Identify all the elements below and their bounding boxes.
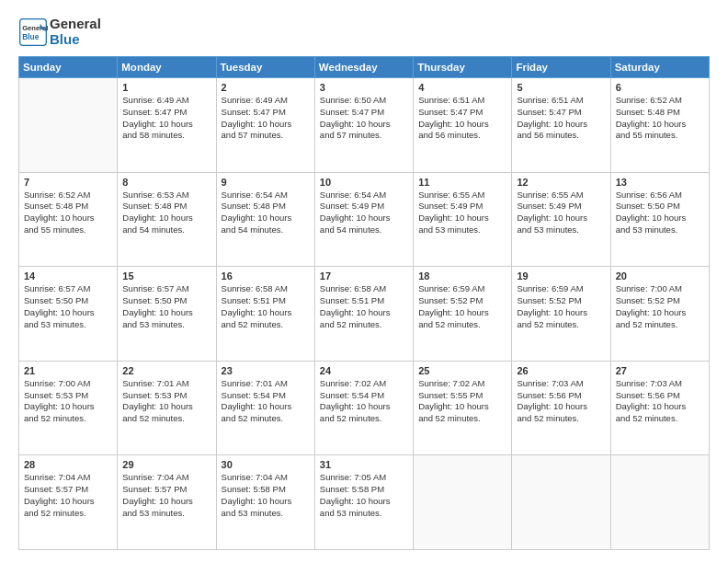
cell-info-line: Sunrise: 7:01 AM [222, 378, 310, 390]
cell-info-line: Daylight: 10 hours [517, 401, 605, 413]
cell-info-line: Daylight: 10 hours [517, 213, 605, 224]
calendar-cell: 22Sunrise: 7:01 AMSunset: 5:53 PMDayligh… [118, 361, 216, 455]
cell-info-line: Daylight: 10 hours [517, 307, 605, 319]
cell-info-line: Daylight: 10 hours [616, 119, 704, 131]
day-number: 18 [418, 270, 506, 282]
day-number: 5 [517, 82, 605, 93]
day-number: 25 [418, 365, 506, 376]
cell-info-line: Daylight: 10 hours [616, 401, 704, 413]
cell-info-line: and 55 minutes. [616, 130, 704, 142]
cell-info-line: Daylight: 10 hours [222, 119, 310, 131]
cell-info-line: Daylight: 10 hours [320, 307, 408, 319]
logo-wordmark: General Blue [50, 17, 101, 47]
cell-info-line: and 56 minutes. [418, 130, 506, 142]
cell-info-line: and 52 minutes. [418, 413, 506, 425]
logo: General Blue General Blue [18, 17, 101, 47]
calendar-week-row: 7Sunrise: 6:52 AMSunset: 5:48 PMDaylight… [19, 172, 710, 267]
day-number: 26 [517, 365, 605, 376]
cell-info-line: Sunrise: 7:03 AM [616, 378, 704, 390]
cell-info-line: Sunrise: 6:51 AM [418, 95, 506, 107]
cell-info-line: Sunrise: 7:01 AM [122, 378, 210, 390]
calendar-week-row: 28Sunrise: 7:04 AMSunset: 5:57 PMDayligh… [19, 455, 710, 550]
day-of-week-header: Friday [512, 57, 610, 78]
day-number: 9 [222, 177, 310, 188]
cell-info-line: Sunrise: 7:05 AM [320, 472, 408, 484]
calendar-cell: 15Sunrise: 6:57 AMSunset: 5:50 PMDayligh… [118, 267, 216, 362]
cell-info-line: and 53 minutes. [122, 319, 210, 331]
cell-info-line: Sunset: 5:48 PM [616, 107, 704, 119]
cell-info-line: and 53 minutes. [616, 224, 704, 236]
calendar-cell [19, 78, 118, 173]
calendar-cell: 2Sunrise: 6:49 AMSunset: 5:47 PMDaylight… [216, 78, 314, 173]
cell-info-line: Daylight: 10 hours [122, 307, 210, 319]
cell-info-line: Daylight: 10 hours [222, 401, 310, 413]
cell-info-line: Daylight: 10 hours [320, 213, 408, 224]
cell-info-line: and 52 minutes. [24, 508, 112, 520]
cell-info-line: Sunset: 5:58 PM [320, 484, 408, 496]
header: General Blue General Blue [18, 17, 710, 47]
cell-info-line: Daylight: 10 hours [24, 496, 112, 508]
cell-info-line: Sunrise: 6:54 AM [320, 190, 408, 201]
cell-info-line: Sunrise: 6:52 AM [616, 95, 704, 107]
cell-info-line: and 53 minutes. [222, 508, 310, 520]
day-number: 8 [122, 177, 210, 188]
calendar-cell: 4Sunrise: 6:51 AMSunset: 5:47 PMDaylight… [414, 78, 512, 173]
cell-info-line: Sunset: 5:50 PM [616, 201, 704, 213]
calendar-week-row: 21Sunrise: 7:00 AMSunset: 5:53 PMDayligh… [19, 361, 710, 455]
cell-info-line: Sunrise: 6:49 AM [122, 95, 210, 107]
day-number: 19 [517, 270, 605, 282]
cell-info-line: Sunset: 5:47 PM [122, 107, 210, 119]
cell-info-line: and 54 minutes. [222, 224, 310, 236]
cell-info-line: Sunrise: 7:02 AM [320, 378, 408, 390]
cell-info-line: Sunset: 5:51 PM [320, 295, 408, 307]
cell-info-line: Sunrise: 7:02 AM [418, 378, 506, 390]
cell-info-line: Daylight: 10 hours [122, 119, 210, 131]
cell-info-line: Sunrise: 7:04 AM [24, 472, 112, 484]
calendar-cell: 31Sunrise: 7:05 AMSunset: 5:58 PMDayligh… [314, 455, 413, 550]
calendar-cell: 28Sunrise: 7:04 AMSunset: 5:57 PMDayligh… [19, 455, 118, 550]
calendar-cell: 19Sunrise: 6:59 AMSunset: 5:52 PMDayligh… [512, 267, 610, 362]
cell-info-line: Sunset: 5:55 PM [418, 390, 506, 402]
cell-info-line: Daylight: 10 hours [320, 401, 408, 413]
cell-info-line: Sunset: 5:47 PM [320, 107, 408, 119]
cell-info-line: Sunrise: 7:00 AM [616, 283, 704, 295]
cell-info-line: and 53 minutes. [122, 508, 210, 520]
cell-info-line: Daylight: 10 hours [122, 401, 210, 413]
day-number: 16 [222, 270, 310, 282]
calendar-cell [512, 455, 610, 550]
cell-info-line: Sunrise: 6:50 AM [320, 95, 408, 107]
cell-info-line: Sunset: 5:52 PM [517, 295, 605, 307]
cell-info-line: Sunset: 5:58 PM [222, 484, 310, 496]
day-number: 7 [24, 177, 112, 188]
calendar-cell: 11Sunrise: 6:55 AMSunset: 5:49 PMDayligh… [414, 172, 512, 267]
cell-info-line: Sunset: 5:47 PM [222, 107, 310, 119]
cell-info-line: and 52 minutes. [222, 413, 310, 425]
svg-text:Blue: Blue [22, 31, 40, 40]
cell-info-line: Sunset: 5:49 PM [418, 201, 506, 213]
calendar-cell: 6Sunrise: 6:52 AMSunset: 5:48 PMDaylight… [610, 78, 709, 173]
cell-info-line: Sunset: 5:56 PM [517, 390, 605, 402]
day-number: 22 [122, 365, 210, 376]
cell-info-line: Daylight: 10 hours [222, 496, 310, 508]
calendar-cell: 25Sunrise: 7:02 AMSunset: 5:55 PMDayligh… [414, 361, 512, 455]
cell-info-line: and 52 minutes. [222, 319, 310, 331]
calendar-cell: 10Sunrise: 6:54 AMSunset: 5:49 PMDayligh… [314, 172, 413, 267]
cell-info-line: Sunset: 5:48 PM [122, 201, 210, 213]
cell-info-line: and 53 minutes. [517, 224, 605, 236]
cell-info-line: and 52 minutes. [517, 319, 605, 331]
calendar-cell: 26Sunrise: 7:03 AMSunset: 5:56 PMDayligh… [512, 361, 610, 455]
cell-info-line: Sunset: 5:48 PM [222, 201, 310, 213]
day-of-week-header: Wednesday [314, 57, 413, 78]
calendar-cell: 24Sunrise: 7:02 AMSunset: 5:54 PMDayligh… [314, 361, 413, 455]
cell-info-line: and 52 minutes. [320, 413, 408, 425]
cell-info-line: and 53 minutes. [24, 319, 112, 331]
calendar-cell: 5Sunrise: 6:51 AMSunset: 5:47 PMDaylight… [512, 78, 610, 173]
day-number: 12 [517, 177, 605, 188]
cell-info-line: Sunset: 5:52 PM [616, 295, 704, 307]
logo-icon: General Blue [18, 17, 48, 47]
day-of-week-header: Monday [118, 57, 216, 78]
cell-info-line: Daylight: 10 hours [320, 496, 408, 508]
calendar-cell: 21Sunrise: 7:00 AMSunset: 5:53 PMDayligh… [19, 361, 118, 455]
cell-info-line: Sunrise: 6:53 AM [122, 190, 210, 201]
cell-info-line: and 57 minutes. [320, 130, 408, 142]
